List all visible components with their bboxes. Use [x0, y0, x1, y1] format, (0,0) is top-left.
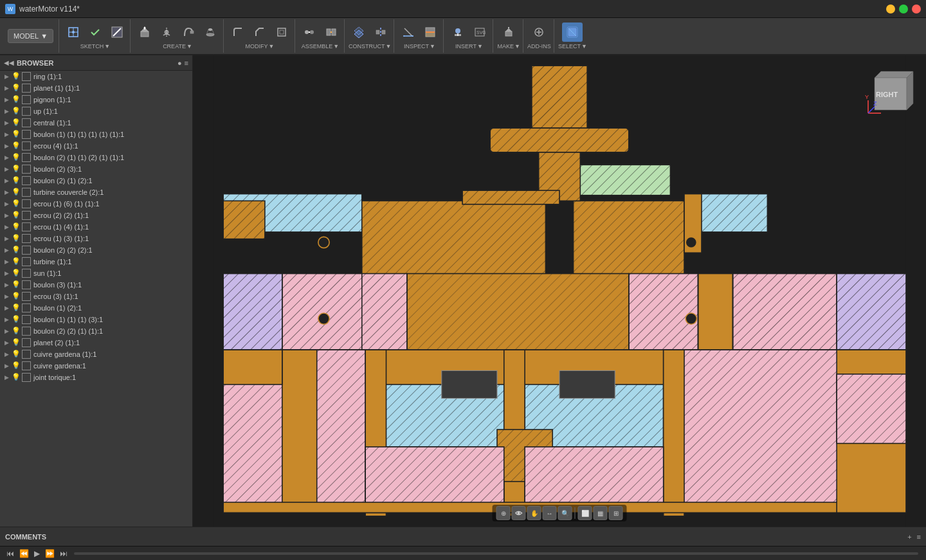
visibility-icon[interactable]: 💡: [12, 107, 21, 116]
collapse-sidebar-btn[interactable]: ◀◀: [4, 59, 14, 66]
rigid-group-btn[interactable]: [321, 23, 341, 42]
visibility-icon[interactable]: 💡: [12, 130, 21, 139]
visibility-icon[interactable]: 💡: [12, 188, 21, 197]
timeline-last-btn[interactable]: ⏭: [59, 549, 69, 558]
close-button[interactable]: [912, 5, 921, 14]
tree-item[interactable]: ▶ 💡 boulon (2) (2) (2):1: [0, 244, 192, 256]
tree-item[interactable]: ▶ 💡 joint torique:1: [0, 372, 192, 383]
visibility-icon[interactable]: 💡: [12, 269, 21, 278]
tree-item[interactable]: ▶ 💡 ecrou (2) (2) (1):1: [0, 210, 192, 221]
tree-item[interactable]: ▶ 💡 ecrou (1) (6) (1) (1):1: [0, 198, 192, 210]
tree-item[interactable]: ▶ 💡 boulon (1) (1) (1) (1) (1) (1):1: [0, 129, 192, 140]
tree-item[interactable]: ▶ 💡 planet (1) (1):1: [0, 82, 192, 94]
browser-options-btn[interactable]: ≡: [185, 59, 188, 67]
tree-item[interactable]: ▶ 💡 boulon (2) (1) (1) (2) (1) (1):1: [0, 152, 192, 163]
create-sketch-btn2[interactable]: [107, 23, 127, 42]
timeline-first-btn[interactable]: ⏮: [5, 549, 15, 558]
insert-btn[interactable]: [448, 23, 468, 42]
midplane-btn[interactable]: [370, 23, 391, 42]
loft-btn[interactable]: [200, 23, 221, 42]
measure-btn[interactable]: [398, 23, 419, 42]
visibility-icon[interactable]: 💡: [12, 95, 21, 104]
view-look-btn[interactable]: ↔: [543, 506, 557, 520]
visibility-icon[interactable]: 💡: [12, 373, 21, 382]
timeline-play-btn[interactable]: ▶: [33, 549, 41, 558]
shell-btn[interactable]: [271, 23, 292, 42]
visibility-icon[interactable]: 💡: [12, 211, 21, 220]
tree-item[interactable]: ▶ 💡 sun (1):1: [0, 267, 192, 279]
orientation-cube[interactable]: RIGHT Y Z: [862, 62, 920, 120]
visibility-icon[interactable]: 💡: [12, 72, 21, 81]
extrude-btn[interactable]: [134, 23, 155, 42]
tree-item[interactable]: ▶ 💡 ecrou (4) (1):1: [0, 140, 192, 152]
visibility-icon[interactable]: 💡: [12, 153, 21, 162]
visibility-icon[interactable]: 💡: [12, 303, 21, 312]
joint-btn[interactable]: [299, 23, 320, 42]
view-grid-btn[interactable]: ▦: [594, 506, 608, 520]
tree-item[interactable]: ▶ 💡 ecrou (3) (1):1: [0, 291, 192, 302]
view-display-btn[interactable]: ⬜: [578, 506, 592, 520]
tree-item[interactable]: ▶ 💡 central (1):1: [0, 117, 192, 129]
visibility-icon[interactable]: 💡: [12, 280, 21, 289]
visibility-icon[interactable]: 💡: [12, 199, 21, 208]
addins-btn[interactable]: [529, 23, 549, 42]
tree-item[interactable]: ▶ 💡 ring (1):1: [0, 71, 192, 82]
tree-item[interactable]: ▶ 💡 ecrou (1) (3) (1):1: [0, 233, 192, 244]
view-fit-btn[interactable]: ⊕: [496, 506, 511, 520]
pin-browser-btn[interactable]: ●: [177, 59, 182, 67]
insert-svg-btn[interactable]: SVG: [469, 23, 490, 42]
visibility-icon[interactable]: 💡: [12, 338, 21, 347]
revolve-btn[interactable]: [156, 23, 177, 42]
visibility-icon[interactable]: 💡: [12, 257, 21, 266]
tree-item[interactable]: ▶ 💡 boulon (3) (1):1: [0, 279, 192, 291]
minimize-button[interactable]: [886, 5, 895, 14]
select-btn[interactable]: [562, 23, 583, 42]
visibility-icon[interactable]: 💡: [12, 222, 21, 231]
comments-options-btn[interactable]: ≡: [917, 533, 921, 541]
tree-item[interactable]: ▶ 💡 boulon (1) (2):1: [0, 302, 192, 314]
visibility-icon[interactable]: 💡: [12, 350, 21, 359]
view-orbit-btn[interactable]: [512, 506, 526, 520]
viewport[interactable]: RIGHT Y Z: [193, 55, 926, 527]
visibility-icon[interactable]: 💡: [12, 165, 21, 174]
visibility-icon[interactable]: 💡: [12, 361, 21, 370]
sweep-btn[interactable]: [178, 23, 199, 42]
visibility-icon[interactable]: 💡: [12, 141, 21, 150]
fillet-btn[interactable]: [228, 23, 248, 42]
timeline-track[interactable]: [74, 552, 918, 555]
tree-item[interactable]: ▶ 💡 turbine (1):1: [0, 256, 192, 267]
visibility-icon[interactable]: 💡: [12, 327, 21, 336]
view-pan-btn[interactable]: ✋: [527, 506, 541, 520]
maximize-button[interactable]: [899, 5, 908, 14]
sketch-btn[interactable]: [63, 23, 84, 42]
tree-item[interactable]: ▶ 💡 planet (2) (1):1: [0, 337, 192, 348]
visibility-icon[interactable]: 💡: [12, 246, 21, 255]
visibility-icon[interactable]: 💡: [12, 118, 21, 127]
tree-item[interactable]: ▶ 💡 pignon (1):1: [0, 94, 192, 105]
visibility-icon[interactable]: 💡: [12, 176, 21, 185]
tree-item[interactable]: ▶ 💡 cuivre gardena (1):1: [0, 348, 192, 360]
visibility-icon[interactable]: 💡: [12, 234, 21, 243]
make-btn[interactable]: [498, 23, 519, 42]
tree-item[interactable]: ▶ 💡 ecrou (1) (4) (1):1: [0, 221, 192, 233]
tree-item[interactable]: ▶ 💡 turbine couvercle (2):1: [0, 186, 192, 198]
timeline-prev-btn[interactable]: ⏪: [18, 549, 30, 558]
visibility-icon[interactable]: 💡: [12, 292, 21, 301]
view-zoom-btn[interactable]: 🔍: [558, 506, 572, 520]
tree-item[interactable]: ▶ 💡 boulon (2) (2) (1) (1):1: [0, 325, 192, 337]
add-comment-btn[interactable]: +: [907, 533, 911, 541]
visibility-icon[interactable]: 💡: [12, 315, 21, 324]
offset-plane-btn[interactable]: [349, 23, 369, 42]
chamfer-btn[interactable]: [250, 23, 270, 42]
tree-item[interactable]: ▶ 💡 cuivre gardena:1: [0, 360, 192, 372]
section-analysis-btn[interactable]: [420, 23, 440, 42]
model-button[interactable]: MODEL ▼: [8, 29, 53, 43]
timeline-next-btn[interactable]: ⏩: [44, 549, 56, 558]
tree-item[interactable]: ▶ 💡 boulon (2) (1) (2):1: [0, 175, 192, 186]
tree-item[interactable]: ▶ 💡 up (1):1: [0, 105, 192, 117]
tree-item[interactable]: ▶ 💡 boulon (1) (1) (1) (3):1: [0, 314, 192, 325]
visibility-icon[interactable]: 💡: [12, 84, 21, 93]
finish-sketch-btn[interactable]: [85, 23, 105, 42]
tree-item[interactable]: ▶ 💡 boulon (2) (3):1: [0, 163, 192, 175]
view-layout-btn[interactable]: ⊞: [609, 506, 623, 520]
